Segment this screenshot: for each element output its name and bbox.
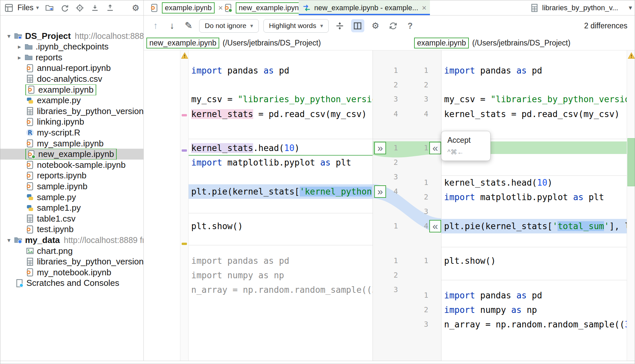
diff-icon [302, 3, 311, 13]
code-line[interactable]: import matplotlib.pyplot as plt [441, 190, 627, 204]
tree-item-libraries-by-python-version-csv[interactable]: libraries_by_python_version.csv [0, 256, 143, 267]
tree-item-ds-project[interactable]: ▾DS_Projecthttp://localhost:8888 [0, 31, 143, 42]
hidden-tabs-dropdown-icon[interactable]: ▾ [629, 4, 632, 12]
tree-item-chart-png[interactable]: chart.png [0, 246, 143, 257]
tree-item-notebook-sample-ipynb[interactable]: notebook-sample.ipynb [0, 160, 143, 170]
code-token: 10 [284, 143, 294, 153]
apply-left-chevron-button[interactable]: « [429, 142, 441, 154]
left-line-number: 1 [373, 221, 398, 231]
cell-separator [441, 280, 627, 280]
tree-item-my-notebook-ipynb[interactable]: my_notebook.ipynb [0, 267, 143, 278]
tree-item-reports-ipynb[interactable]: reports.ipynb [0, 170, 143, 181]
code-token: ], lab [609, 221, 627, 231]
add-folder-button[interactable] [45, 3, 54, 13]
code-token: pandas [475, 290, 516, 300]
accept-tooltip: Accept ^⌘← [441, 131, 491, 161]
tree-item-label: reports [36, 52, 62, 63]
left-error-stripe[interactable] [180, 50, 189, 361]
annotation-box: new_example.ipynb [25, 149, 117, 160]
right-error-stripe[interactable] [627, 50, 635, 361]
code-line[interactable]: n_array = np.random.random_sample((3, [189, 283, 373, 297]
tree-item-scratches-and-consoles[interactable]: Scratches and Consoles [0, 278, 143, 288]
code-line[interactable]: import numpy as np [441, 303, 627, 317]
tree-item-libraries-by-python-version-csv[interactable]: libraries_by_python_version.csv [0, 106, 143, 117]
tree-item-my-script-r[interactable]: Rmy-script.R [0, 127, 143, 138]
close-icon[interactable]: × [422, 3, 427, 13]
tree-item-example-ipynb[interactable]: example.ipynb [0, 84, 143, 95]
tree-item-table1-csv[interactable]: table1.csv [0, 213, 143, 224]
tree-item--ipynb-checkpoints[interactable]: ▸.ipynb_checkpoints [0, 41, 143, 52]
collapse-all-button[interactable] [106, 3, 115, 13]
tab-1[interactable]: example.ipynb× [146, 0, 226, 15]
right-editor-pane[interactable]: import pandas as pdmy_csv = "libraries_b… [441, 50, 627, 361]
locate-file-button[interactable] [75, 3, 84, 13]
refresh-button[interactable] [60, 3, 69, 13]
code-line[interactable]: kernel_stats = pd.read_csv(my_csv) [441, 107, 627, 121]
tree-item-my-sample-ipynb[interactable]: my_sample.ipynb [0, 138, 143, 149]
ignore-policy-dropdown[interactable]: Do not ignore ▾ [199, 19, 259, 33]
code-line[interactable]: import pandas as pd [441, 288, 627, 303]
next-difference-button[interactable]: ↓ [166, 21, 178, 30]
code-line[interactable]: plt.show() [441, 254, 627, 268]
code-line[interactable]: import pandas as pd [189, 63, 373, 78]
highlight-mode-dropdown[interactable]: Highlight words ▾ [263, 19, 329, 33]
code-token: my_csv = [444, 94, 491, 104]
code-line[interactable]: kernel_stats.head(10) [441, 175, 627, 190]
code-line[interactable]: plt.pie(kernel_stats['kernel_python [189, 184, 373, 199]
edit-icon[interactable]: ✎ [183, 21, 195, 30]
annotation-box: example.ipynb [162, 2, 215, 14]
chevron-right-icon[interactable]: ▸ [15, 54, 24, 61]
code-token: plt.show() [191, 221, 243, 231]
code-line[interactable]: kernel_stats = pd.read_csv(my_csv) [189, 107, 373, 121]
code-line[interactable]: import pandas as pd [189, 254, 373, 268]
code-line[interactable]: import pandas as pd [441, 63, 627, 78]
previous-difference-button[interactable]: ↑ [150, 21, 162, 30]
tree-item-sample-ipynb[interactable]: sample.ipynb [0, 181, 143, 192]
tree-item-label: table1.csv [37, 214, 76, 224]
diff-settings-button[interactable]: ⚙ [369, 19, 382, 32]
code-token: import [444, 305, 475, 315]
chevron-down-icon[interactable]: ▾ [4, 236, 14, 244]
tab-3[interactable]: new_example.ipynb - example...× [299, 0, 430, 15]
tree-item-my-data[interactable]: ▾my_datahttp://localhost:8889 fr [0, 235, 143, 246]
chevron-right-icon[interactable]: ▸ [15, 43, 24, 50]
tree-item-reports[interactable]: ▸reports [0, 52, 143, 63]
files-panel-title[interactable]: Files [17, 3, 34, 12]
settings-gear-icon[interactable]: ⚙ [132, 4, 139, 12]
left-editor-pane[interactable]: import pandas as pdmy_csv = "libraries_b… [189, 50, 373, 361]
apply-right-chevron-button[interactable]: » [374, 185, 386, 198]
code-line[interactable]: kernel_stats.head(10) [189, 141, 373, 155]
code-line[interactable]: my_csv = "libraries_by_python_version.cs… [189, 92, 373, 106]
chevron-down-icon[interactable]: ▾ [4, 32, 14, 40]
chevron-down-icon: ▾ [250, 22, 253, 29]
expand-all-button[interactable] [90, 3, 100, 13]
r-icon: R [25, 128, 35, 137]
tree-item-linking-ipynb[interactable]: linking.ipynb [0, 116, 143, 127]
help-button[interactable]: ? [405, 21, 416, 31]
split-view-button[interactable] [351, 19, 364, 32]
code-line[interactable]: import numpy as np [189, 268, 373, 283]
tab-4[interactable]: libraries_by_python_v... [527, 0, 621, 15]
code-line[interactable]: import matplotlib.pyplot as plt [189, 155, 373, 170]
tree-item-doc-analytics-csv[interactable]: doc-analytics.csv [0, 74, 143, 84]
collapse-unchanged-button[interactable] [333, 19, 347, 32]
files-dropdown-caret-icon[interactable]: ▾ [36, 4, 39, 11]
tree-item-sample1-py[interactable]: sample1.py [0, 202, 143, 213]
tree-item-annual-report-ipynb[interactable]: annual-report.ipynb [0, 63, 143, 74]
code-token: plt.pie(kernel_stats[ [444, 221, 553, 231]
tree-item-sample-py[interactable]: sample.py [0, 192, 143, 203]
code-line[interactable]: plt.show() [189, 219, 373, 233]
files-panel: Files ▾ ⚙ ▾DS_Projecthttp://localhost:88… [0, 0, 144, 361]
tree-item-test-ipynb[interactable]: test.ipynb [0, 224, 143, 235]
tree-item-example-py[interactable]: example.py [0, 95, 143, 106]
tree-item-new-example-ipynb[interactable]: new_example.ipynb [0, 149, 143, 160]
sync-scroll-button[interactable] [387, 19, 400, 32]
tree-item-url: http://localhost:8889 fr [64, 235, 144, 245]
code-line[interactable]: my_csv = "libraries_by_python_version.cs… [441, 92, 627, 106]
apply-right-chevron-button[interactable]: » [374, 142, 386, 154]
code-token: np [522, 305, 537, 315]
csv-icon [25, 106, 35, 116]
apply-left-chevron-button[interactable]: « [429, 220, 441, 232]
code-line[interactable]: n_array = np.random.random_sample((3, [441, 317, 627, 332]
code-line[interactable]: plt.pie(kernel_stats['total_sum'], lab [441, 219, 627, 233]
